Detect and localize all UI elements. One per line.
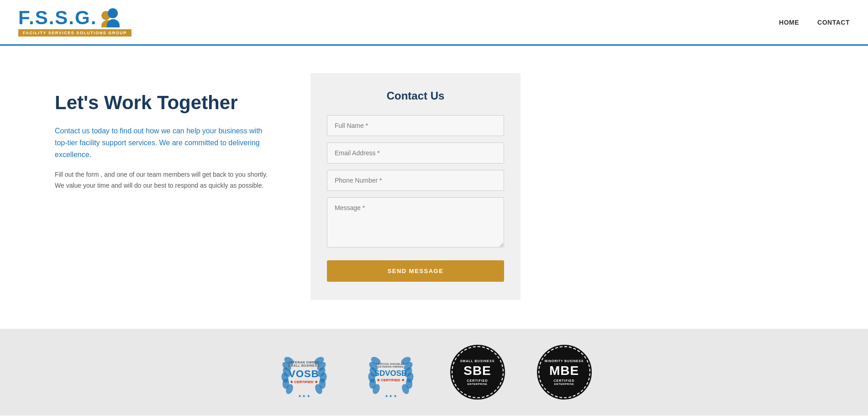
mbe-label: MBE bbox=[549, 363, 579, 378]
site-header: F.S.S.G. FACILITY SERVICES SOLUTIONS GRO… bbox=[0, 0, 868, 46]
vosb-label: VOSB bbox=[289, 368, 319, 380]
sbe-top-text: SMALL BUSINESS bbox=[460, 359, 495, 363]
logo-letters: F.S.S.G. bbox=[18, 8, 97, 27]
nav-home[interactable]: HOME bbox=[779, 19, 799, 26]
sbe-outer: SMALL BUSINESS SBE CERTIFIEDENTERPRISE bbox=[450, 345, 505, 400]
phone-input[interactable] bbox=[327, 170, 504, 191]
contact-form-container: Contact Us SEND MESSAGE bbox=[310, 73, 521, 300]
badge-sdvosb: ★ ★ ★ SERVICE DISABLEDVETERAN OWNED SDVO… bbox=[361, 342, 421, 402]
logo-text: F.S.S.G. bbox=[18, 8, 123, 27]
left-section: Let's Work Together Contact us today to … bbox=[55, 73, 274, 191]
person-body-blue-icon bbox=[107, 19, 120, 27]
sbe-bottom-text: CERTIFIEDENTERPRISE bbox=[467, 379, 488, 385]
logo-subtitle: FACILITY SERVICES SOLUTIONS GROUP bbox=[18, 29, 132, 37]
svg-text:★ ★ ★: ★ ★ ★ bbox=[385, 394, 396, 398]
vosb-badge-inner: VETERAN OWNEDSMALL BUSINESS VOSB ★ CERTI… bbox=[288, 361, 320, 384]
site-footer: ★ ★ ★ VETERAN OWNEDSMALL BUSINESS VOSB ★… bbox=[0, 329, 868, 416]
phone-group bbox=[327, 170, 504, 191]
main-content: Let's Work Together Contact us today to … bbox=[0, 46, 868, 329]
badge-vosb: ★ ★ ★ VETERAN OWNEDSMALL BUSINESS VOSB ★… bbox=[274, 342, 334, 402]
email-input[interactable] bbox=[327, 142, 504, 163]
form-title: Contact Us bbox=[327, 90, 504, 102]
nav-contact[interactable]: CONTACT bbox=[817, 19, 850, 26]
send-message-button[interactable]: SEND MESSAGE bbox=[327, 260, 504, 282]
email-group bbox=[327, 142, 504, 163]
vosb-wreath: ★ ★ ★ VETERAN OWNEDSMALL BUSINESS VOSB ★… bbox=[277, 345, 331, 400]
sbe-label: SBE bbox=[463, 363, 491, 378]
vosb-certified: ★ CERTIFIED ★ bbox=[290, 380, 318, 384]
message-group bbox=[327, 197, 504, 249]
mbe-outer: MINORITY BUSINESS MBE CERTIFIEDENTERPRIS… bbox=[537, 345, 592, 400]
sdvosb-badge-inner: SERVICE DISABLEDVETERAN OWNED SDVOSB ★ C… bbox=[374, 363, 407, 382]
mbe-bottom-text: CERTIFIEDENTERPRISE bbox=[554, 379, 575, 385]
sdvosb-label: SDVOSB bbox=[374, 369, 407, 378]
full-name-group bbox=[327, 115, 504, 136]
svg-text:★ ★ ★: ★ ★ ★ bbox=[298, 394, 310, 398]
gray-paragraph: Fill out the form , and one of our team … bbox=[55, 169, 274, 191]
sdvosb-certified: ★ CERTIFIED ★ bbox=[377, 378, 405, 382]
sdvosb-wreath: ★ ★ ★ SERVICE DISABLEDVETERAN OWNED SDVO… bbox=[363, 345, 418, 400]
full-name-input[interactable] bbox=[327, 115, 504, 136]
badge-mbe: MINORITY BUSINESS MBE CERTIFIEDENTERPRIS… bbox=[535, 342, 594, 402]
person-blue-icon bbox=[108, 8, 118, 18]
message-textarea[interactable] bbox=[327, 197, 504, 247]
logo-area: F.S.S.G. FACILITY SERVICES SOLUTIONS GRO… bbox=[18, 8, 132, 37]
badge-sbe: SMALL BUSINESS SBE CERTIFIEDENTERPRISE bbox=[448, 342, 507, 402]
logo-icon bbox=[101, 8, 123, 27]
mbe-top-text: MINORITY BUSINESS bbox=[545, 359, 584, 363]
blue-paragraph: Contact us today to find out how we can … bbox=[55, 125, 274, 160]
main-heading: Let's Work Together bbox=[55, 91, 274, 114]
main-nav: HOME CONTACT bbox=[779, 19, 850, 26]
